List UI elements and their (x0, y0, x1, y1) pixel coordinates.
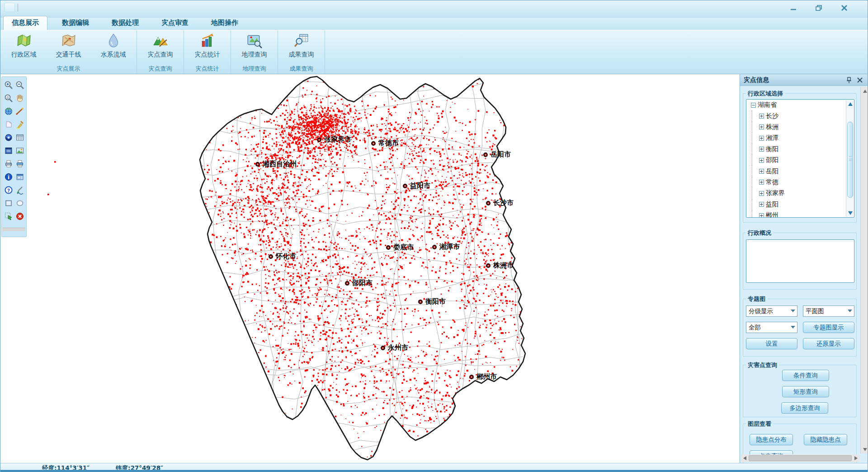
app-menu-button[interactable] (4, 3, 15, 12)
panel-close-button[interactable] (856, 76, 863, 84)
hazard-distribution-button[interactable]: 隐患点分布 (750, 434, 793, 445)
window-bottom-edge (0, 470, 868, 472)
geo-query-button[interactable]: 地理查询 (232, 31, 277, 65)
eagle-eye-tool[interactable] (3, 132, 14, 143)
marquee-select-tool[interactable] (3, 211, 14, 221)
attribute-table-tool[interactable] (14, 132, 25, 143)
tree-item-label: 邵阳 (766, 156, 778, 164)
rectangle-select-tool[interactable] (3, 198, 14, 208)
sketch-tool[interactable] (14, 185, 25, 195)
expand-icon[interactable]: + (759, 180, 764, 185)
expand-icon[interactable]: + (759, 191, 764, 196)
panel-vertical-scrollbar[interactable] (860, 87, 868, 453)
grade-display-dropdown[interactable]: 分级显示 (746, 305, 797, 317)
expand-icon[interactable]: + (759, 158, 764, 163)
clear-shape-tool[interactable] (3, 119, 14, 129)
rectangle-query-button[interactable]: 矩形查询 (782, 386, 829, 397)
restore-display-button[interactable]: 还原显示 (803, 338, 854, 349)
tab-2[interactable]: 数据编辑 (54, 16, 97, 30)
panel-close-icon (857, 77, 863, 83)
tree-item-湖南省[interactable]: −湖南省 (746, 100, 854, 110)
map-svg[interactable]: 张家界市常德市岳阳市湘西自治州益阳市长沙市娄底市湘潭市株洲市怀化市邵阳市衡阳市永… (0, 74, 740, 463)
map-type-dropdown[interactable]: 平面图 (803, 305, 854, 317)
scroll-up-icon[interactable] (861, 87, 868, 95)
tab-5[interactable]: 地图操作 (203, 16, 246, 30)
close-button[interactable] (838, 3, 850, 12)
thematic-show-button[interactable]: 专题图显示 (803, 322, 854, 333)
expand-icon[interactable]: + (759, 114, 764, 119)
traffic-lines-button[interactable]: 交通干线 (46, 31, 91, 65)
zoom-out-tool[interactable] (14, 80, 25, 90)
scope-dropdown[interactable]: 全部 (746, 322, 797, 333)
collapse-icon[interactable]: − (751, 103, 756, 108)
map-image-tool[interactable] (14, 145, 25, 156)
expand-icon[interactable]: + (759, 136, 764, 141)
measure-line-tool[interactable] (14, 106, 25, 116)
tree-item-label: 岳阳 (766, 167, 778, 176)
tab-3[interactable]: 数据处理 (104, 16, 147, 30)
panel-horizontal-scrollbar[interactable] (741, 454, 859, 462)
layer-list-tool[interactable] (3, 145, 14, 156)
tree-item-湘潭[interactable]: +湘潭 (746, 133, 854, 143)
tree-item-label: 常德 (766, 178, 778, 186)
pin-button[interactable] (845, 76, 853, 84)
expand-icon[interactable]: + (759, 202, 764, 207)
settings-button[interactable]: 设置 (746, 338, 797, 349)
tree-item-株洲[interactable]: +株洲 (746, 122, 854, 133)
tree-scrollbar[interactable] (846, 100, 854, 217)
window-panel-tool[interactable] (14, 172, 25, 182)
tree-item-邵阳[interactable]: +邵阳 (746, 155, 854, 166)
scroll-right-icon[interactable] (852, 455, 859, 462)
tab-4[interactable]: 灾点审查 (153, 16, 197, 30)
tree-connector (752, 144, 759, 155)
zoom-in-tool[interactable] (3, 80, 14, 90)
tree-item-岳阳[interactable]: +岳阳 (746, 166, 854, 176)
toolbar-resize-grip[interactable] (3, 228, 25, 231)
tree-item-label: 郴州 (766, 211, 778, 218)
tree-scroll-down-icon[interactable] (846, 209, 854, 217)
polygon-query-button[interactable]: 多边形查询 (781, 402, 828, 414)
tree-connector (752, 110, 759, 121)
expand-icon[interactable]: + (759, 169, 764, 174)
globe-tool[interactable] (3, 106, 14, 116)
condition-query-button[interactable]: 条件查询 (782, 370, 829, 381)
info-tool[interactable]: i (3, 172, 14, 182)
expand-icon[interactable]: + (759, 124, 764, 129)
map-toolbar: ±i? (1, 76, 27, 237)
disaster-stats-button[interactable]: 灾点统计 (185, 31, 230, 65)
tree-item-衡阳[interactable]: +衡阳 (746, 144, 854, 155)
tab-1[interactable]: 信息展示 (3, 16, 47, 30)
help-tool[interactable]: ? (3, 185, 14, 195)
restore-button[interactable] (812, 3, 825, 12)
print-tool[interactable] (3, 158, 14, 169)
tree-item-郴州[interactable]: +郴州 (746, 210, 854, 218)
expand-icon[interactable]: + (759, 147, 764, 152)
admin-region-button[interactable]: 行政区域 (1, 31, 46, 65)
map-canvas[interactable]: 张家界市常德市岳阳市湘西自治州益阳市长沙市娄底市湘潭市株洲市怀化市邵阳市衡阳市永… (0, 74, 740, 463)
brush-tool[interactable] (14, 119, 25, 129)
hide-hazard-button[interactable]: 隐藏隐患点 (804, 434, 847, 445)
tree-scroll-up-icon[interactable] (846, 100, 854, 108)
expand-icon[interactable]: + (759, 213, 764, 218)
minimize-button[interactable] (787, 3, 800, 12)
tree-item-label: 湘潭 (766, 134, 778, 142)
region-tree[interactable]: −湖南省+长沙+株洲+湘潭+衡阳+邵阳+岳阳+常德+张家界+益阳+郴州 (746, 99, 854, 218)
horizontal-scroll-thumb[interactable] (749, 455, 852, 461)
scroll-left-icon[interactable] (741, 455, 748, 462)
tree-item-益阳[interactable]: +益阳 (746, 199, 854, 210)
disaster-query-button[interactable]: 灾点查询 (138, 31, 183, 65)
scroll-down-icon[interactable] (861, 446, 868, 453)
tree-item-长沙[interactable]: +长沙 (746, 110, 854, 121)
water-basin-button[interactable]: 水系流域 (91, 31, 136, 65)
region-overview-text[interactable] (746, 239, 854, 283)
result-query-button[interactable]: 成果查询 (279, 31, 324, 65)
tree-scroll-thumb[interactable] (847, 122, 853, 198)
tree-item-张家界[interactable]: +张家界 (746, 188, 854, 199)
print-preview-tool[interactable] (14, 158, 25, 169)
pan-tool[interactable] (14, 93, 25, 103)
tree-item-常德[interactable]: +常德 (746, 177, 854, 188)
tree-item-label: 益阳 (766, 200, 778, 209)
close-tool-tool[interactable] (14, 211, 25, 221)
zoom-extent-tool[interactable]: ± (3, 93, 14, 103)
ellipse-select-tool[interactable] (14, 198, 25, 208)
